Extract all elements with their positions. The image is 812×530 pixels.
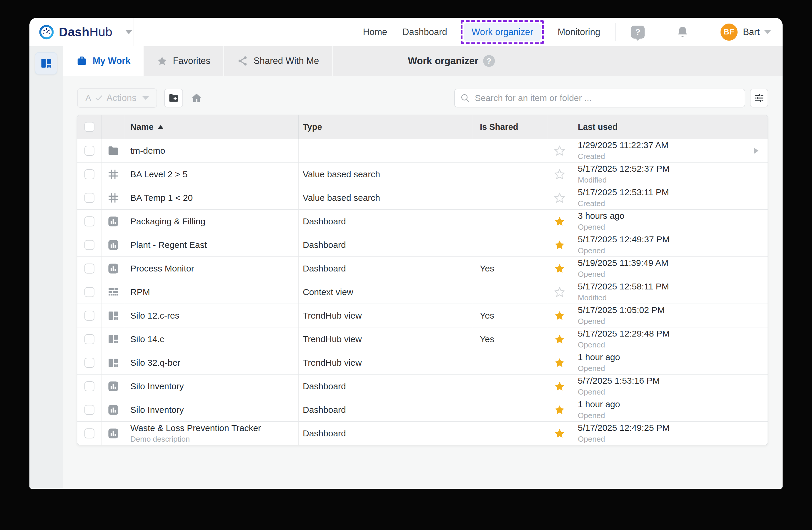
item-name-cell[interactable]: Silo Inventory xyxy=(125,375,299,398)
expand-cell[interactable] xyxy=(744,422,768,445)
table-row[interactable]: Silo 14.c TrendHub view Yes 5/17/2025 12… xyxy=(77,327,768,351)
table-row[interactable]: Silo Inventory Dashboard 1 hour ago Open… xyxy=(77,398,768,421)
expand-cell[interactable] xyxy=(744,351,768,374)
expand-cell[interactable] xyxy=(744,163,768,186)
table-row[interactable]: Silo 32.q-ber TrendHub view 1 hour ago O… xyxy=(77,351,768,374)
expand-cell[interactable] xyxy=(744,186,768,209)
table-row[interactable]: BA Level 2 > 5 Value based search 5/17/2… xyxy=(77,162,768,186)
item-last-used: 5/17/2025 1:05:02 PM Opened xyxy=(572,304,744,327)
table-row[interactable]: Packaging & Filling Dashboard 3 hours ag… xyxy=(77,209,768,233)
favorite-star-filled-icon[interactable] xyxy=(547,398,572,421)
filter-button[interactable] xyxy=(750,89,768,108)
search-input[interactable] xyxy=(475,93,739,103)
row-checkbox[interactable] xyxy=(84,381,95,391)
item-name-cell[interactable]: Waste & Loss Prevention Tracker Demo des… xyxy=(125,422,299,445)
tab-label: Shared With Me xyxy=(253,56,319,66)
tab-shared-with-me[interactable]: Shared With Me xyxy=(224,46,333,76)
table-row[interactable]: Silo Inventory Dashboard 5/7/2025 1:53:1… xyxy=(77,374,768,398)
favorite-star-filled-icon[interactable] xyxy=(547,233,572,256)
expand-cell[interactable] xyxy=(744,139,768,162)
favorite-star-outline-icon[interactable] xyxy=(547,139,572,162)
favorite-star-filled-icon[interactable] xyxy=(547,327,572,351)
column-header-last-used[interactable]: Last used xyxy=(572,115,744,139)
expand-cell[interactable] xyxy=(744,327,768,351)
actions-icon: A xyxy=(85,93,91,103)
column-header-type[interactable]: Type xyxy=(299,115,472,139)
expand-cell[interactable] xyxy=(744,398,768,421)
dashboard-icon xyxy=(102,398,125,421)
row-checkbox[interactable] xyxy=(84,169,95,179)
item-name-cell[interactable]: Silo 14.c xyxy=(125,327,299,351)
favorite-star-filled-icon[interactable] xyxy=(547,375,572,398)
item-name-cell[interactable]: RPM xyxy=(125,280,299,304)
table-row[interactable]: Waste & Loss Prevention Tracker Demo des… xyxy=(77,421,768,445)
expand-cell[interactable] xyxy=(744,233,768,256)
nav-monitoring[interactable]: Monitoring xyxy=(557,27,600,38)
row-checkbox[interactable] xyxy=(84,405,95,415)
row-checkbox[interactable] xyxy=(84,217,95,226)
brand-chevron-down-icon[interactable] xyxy=(125,30,132,34)
row-checkbox[interactable] xyxy=(84,193,95,203)
row-checkbox[interactable] xyxy=(84,358,95,368)
last-used-kind: Opened xyxy=(578,223,605,232)
new-folder-button[interactable] xyxy=(164,89,183,108)
brand[interactable]: DashHub xyxy=(29,18,134,46)
table-row[interactable]: tm-demo 1/29/2025 11:22:37 AM Created xyxy=(77,139,768,162)
expand-cell[interactable] xyxy=(744,375,768,398)
item-name-cell[interactable]: Silo 32.q-ber xyxy=(125,351,299,374)
table-row[interactable]: Silo 12.c-res TrendHub view Yes 5/17/202… xyxy=(77,304,768,327)
column-header-name[interactable]: Name xyxy=(125,115,299,139)
actions-label: Actions xyxy=(106,93,136,103)
item-name-cell[interactable]: Silo Inventory xyxy=(125,398,299,421)
item-name-cell[interactable]: tm-demo xyxy=(125,139,299,162)
help-icon[interactable]: ? xyxy=(631,26,644,39)
favorite-star-outline-icon[interactable] xyxy=(547,186,572,209)
nav-work-organizer[interactable]: Work organizer xyxy=(464,23,541,41)
search-box[interactable] xyxy=(454,89,745,108)
expand-chevron-right-icon[interactable] xyxy=(754,148,758,154)
actions-button[interactable]: A Actions xyxy=(77,88,157,108)
actions-chevron-down-icon xyxy=(142,96,149,100)
notifications-bell-icon[interactable] xyxy=(676,25,690,39)
favorite-star-filled-icon[interactable] xyxy=(547,257,572,280)
item-name-cell[interactable]: Plant - Regent East xyxy=(125,233,299,256)
row-checkbox[interactable] xyxy=(84,311,95,321)
home-folder-button[interactable] xyxy=(191,92,202,104)
item-name-cell[interactable]: Packaging & Filling xyxy=(125,210,299,233)
row-checkbox[interactable] xyxy=(84,264,95,274)
user-chevron-down-icon[interactable] xyxy=(764,30,771,34)
expand-cell[interactable] xyxy=(744,210,768,233)
row-checkbox[interactable] xyxy=(84,287,95,297)
nav-dashboard[interactable]: Dashboard xyxy=(403,27,447,38)
favorite-star-filled-icon[interactable] xyxy=(547,422,572,445)
row-checkbox[interactable] xyxy=(84,240,95,250)
select-all-checkbox[interactable] xyxy=(84,122,95,132)
table-row[interactable]: RPM Context view 5/17/2025 12:58:11 PM M… xyxy=(77,280,768,304)
user-menu[interactable]: BF Bart xyxy=(721,24,771,41)
favorite-star-filled-icon[interactable] xyxy=(547,351,572,374)
avatar[interactable]: BF xyxy=(721,24,738,41)
table-row[interactable]: Plant - Regent East Dashboard 5/17/2025 … xyxy=(77,233,768,256)
row-checkbox[interactable] xyxy=(84,334,95,344)
item-name-cell[interactable]: BA Temp 1 < 20 xyxy=(125,186,299,209)
favorite-star-filled-icon[interactable] xyxy=(547,210,572,233)
nav-home[interactable]: Home xyxy=(363,27,387,38)
tab-my-work[interactable]: My Work xyxy=(63,46,144,76)
row-checkbox[interactable] xyxy=(84,146,95,156)
row-checkbox[interactable] xyxy=(84,429,95,438)
expand-cell[interactable] xyxy=(744,304,768,327)
sidebar-toggle-button[interactable] xyxy=(35,52,57,74)
item-name-cell[interactable]: BA Level 2 > 5 xyxy=(125,163,299,186)
favorite-star-filled-icon[interactable] xyxy=(547,304,572,327)
favorite-star-outline-icon[interactable] xyxy=(547,280,572,304)
tab-favorites[interactable]: Favorites xyxy=(144,46,224,76)
page-help-icon[interactable]: ? xyxy=(483,55,495,67)
favorite-star-outline-icon[interactable] xyxy=(547,163,572,186)
table-row[interactable]: Process Monitor Dashboard Yes 5/19/2025 … xyxy=(77,256,768,280)
expand-cell[interactable] xyxy=(744,280,768,304)
table-row[interactable]: BA Temp 1 < 20 Value based search 5/17/2… xyxy=(77,186,768,209)
expand-cell[interactable] xyxy=(744,257,768,280)
item-name-cell[interactable]: Silo 12.c-res xyxy=(125,304,299,327)
item-name-cell[interactable]: Process Monitor xyxy=(125,257,299,280)
column-header-is-shared[interactable]: Is Shared xyxy=(472,115,547,139)
